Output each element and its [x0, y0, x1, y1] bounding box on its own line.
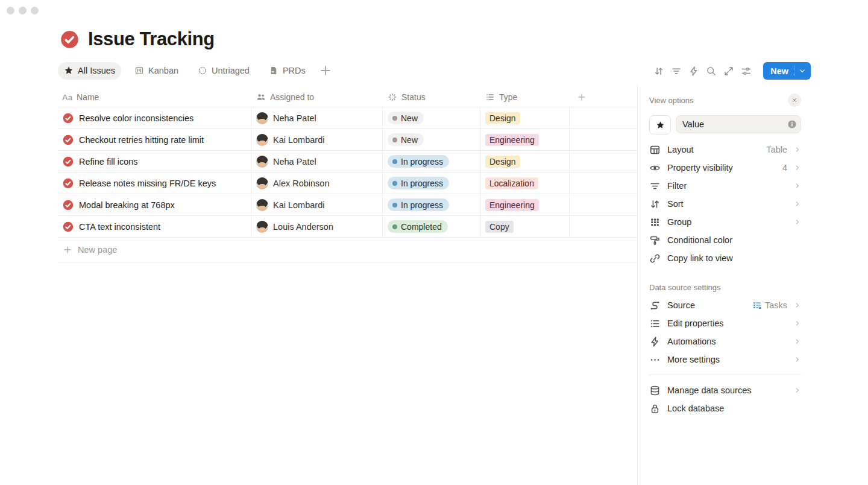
status-dot — [392, 181, 397, 186]
view-name-input[interactable] — [676, 115, 801, 133]
cell-empty[interactable] — [570, 129, 637, 150]
cell-type[interactable]: Engineering — [480, 129, 570, 150]
cell-assigned-to[interactable]: Louis Anderson — [251, 216, 383, 237]
window-close-button[interactable] — [7, 7, 14, 14]
sidebar-item-label: Layout — [667, 145, 760, 154]
cell-name[interactable]: Refine fill icons — [58, 151, 251, 172]
ellipsis-icon — [649, 354, 661, 366]
dashed-circle-icon — [198, 66, 207, 75]
sidebar-item-layout[interactable]: LayoutTable — [649, 141, 801, 159]
sidebar-item-value-text: 4 — [782, 163, 787, 173]
column-header-label: Type — [499, 92, 517, 102]
cell-empty[interactable] — [570, 173, 637, 194]
cell-type[interactable]: Localization — [480, 173, 570, 194]
cell-empty[interactable] — [570, 107, 637, 128]
sliders-icon[interactable] — [741, 66, 752, 77]
cell-type[interactable]: Copy — [480, 216, 570, 237]
search-icon[interactable] — [706, 66, 717, 77]
cell-empty[interactable] — [570, 194, 637, 215]
cell-assigned-to[interactable]: Kai Lombardi — [251, 194, 383, 215]
column-header-type[interactable]: Type — [480, 87, 570, 107]
data-source-menu: SourceTasksEdit propertiesAutomationsMor… — [649, 296, 801, 369]
avatar — [256, 221, 268, 233]
sidebar-item-property-visibility[interactable]: Property visibility4 — [649, 159, 801, 177]
window-fullscreen-button[interactable] — [31, 7, 39, 14]
close-button[interactable] — [788, 94, 801, 107]
paint-roller-icon — [649, 235, 661, 246]
avatar — [256, 134, 268, 146]
source-icon — [649, 300, 661, 311]
cell-type[interactable]: Engineering — [480, 194, 570, 215]
tab-kanban[interactable]: Kanban — [128, 62, 184, 80]
check-badge-icon — [60, 30, 79, 49]
eye-icon — [649, 162, 661, 174]
cell-type[interactable]: Design — [480, 151, 570, 172]
cell-name[interactable]: Checkout retries hitting rate limit — [58, 129, 251, 150]
cell-status[interactable]: New — [383, 107, 480, 128]
sidebar-item-filter[interactable]: Filter — [649, 177, 801, 195]
sidebar-item-automations[interactable]: Automations — [649, 332, 801, 350]
status-dot — [392, 138, 397, 142]
info-icon[interactable] — [787, 119, 797, 129]
type-label: Engineering — [489, 135, 535, 145]
sidebar-item-conditional-color[interactable]: Conditional color — [649, 231, 801, 249]
sidebar-item-group[interactable]: Group — [649, 213, 801, 231]
window-minimize-button[interactable] — [19, 7, 27, 14]
type-label: Design — [489, 157, 516, 166]
add-view-button[interactable] — [319, 64, 332, 77]
lightning-icon[interactable] — [688, 66, 699, 77]
tab-all-issues[interactable]: All Issues — [58, 62, 121, 80]
cell-status[interactable]: In progress — [383, 173, 480, 194]
issue-title: Modal breaking at 768px — [79, 200, 175, 210]
new-button[interactable]: New — [763, 62, 811, 80]
sidebar-item-lock-database[interactable]: Lock database — [649, 399, 801, 417]
cell-name[interactable]: Release notes missing FR/DE keys — [58, 173, 251, 194]
progress-icon — [388, 92, 397, 102]
cell-type[interactable]: Design — [480, 107, 570, 128]
sidebar-item-source[interactable]: SourceTasks — [649, 296, 801, 314]
cell-empty[interactable] — [570, 151, 637, 172]
panel-title: View options — [649, 96, 693, 105]
view-options-menu: LayoutTableProperty visibility4FilterSor… — [649, 141, 801, 267]
tab-prds[interactable]: PRDs — [263, 62, 312, 80]
column-header-status[interactable]: Status — [383, 87, 480, 107]
cell-status[interactable]: Completed — [383, 216, 480, 237]
lightning-icon — [649, 336, 661, 347]
cell-status[interactable]: In progress — [383, 151, 480, 172]
sort-arrows-icon[interactable] — [653, 66, 664, 77]
sidebar-item-copy-link-to-view[interactable]: Copy link to view — [649, 249, 801, 267]
sidebar-item-label: More settings — [667, 355, 787, 364]
cell-status[interactable]: New — [383, 129, 480, 150]
sidebar-item-sort[interactable]: Sort — [649, 195, 801, 213]
database-table: AaNameAssigned toStatusType Resolve colo… — [58, 87, 637, 262]
chevron-down-icon[interactable] — [799, 68, 806, 75]
column-header-name[interactable]: AaName — [58, 87, 251, 107]
filter-lines-icon[interactable] — [671, 66, 682, 77]
expand-icon[interactable] — [723, 66, 734, 77]
sidebar-item-label: Filter — [667, 181, 787, 191]
cell-empty[interactable] — [570, 216, 637, 237]
column-header-assigned-to[interactable]: Assigned to — [251, 87, 383, 107]
sidebar-item-more-settings[interactable]: More settings — [649, 350, 801, 369]
status-label: New — [401, 135, 418, 145]
cell-name[interactable]: Modal breaking at 768px — [58, 194, 251, 215]
sidebar-item-manage-data-sources[interactable]: Manage data sources — [649, 381, 801, 399]
cell-assigned-to[interactable]: Alex Robinson — [251, 173, 383, 194]
cell-assigned-to[interactable]: Kai Lombardi — [251, 129, 383, 150]
sidebar-item-label: Source — [667, 300, 746, 310]
text-icon: Aa — [63, 92, 72, 102]
cell-assigned-to[interactable]: Neha Patel — [251, 151, 383, 172]
new-page-row[interactable]: New page — [58, 238, 637, 262]
cell-assigned-to[interactable]: Neha Patel — [251, 107, 383, 128]
new-button-divider — [794, 66, 794, 76]
page-title[interactable]: Issue Tracking — [88, 28, 215, 50]
check-badge-icon — [63, 221, 74, 232]
add-column-button[interactable] — [570, 87, 637, 107]
tab-untriaged[interactable]: Untriaged — [192, 62, 256, 80]
sidebar-item-edit-properties[interactable]: Edit properties — [649, 314, 801, 332]
cell-status[interactable]: In progress — [383, 194, 480, 215]
cell-name[interactable]: CTA text inconsistent — [58, 216, 251, 237]
cell-name[interactable]: Resolve color inconsistencies — [58, 107, 251, 128]
assignee-name: Kai Lombardi — [273, 135, 324, 145]
favorite-view-button[interactable] — [649, 115, 671, 135]
